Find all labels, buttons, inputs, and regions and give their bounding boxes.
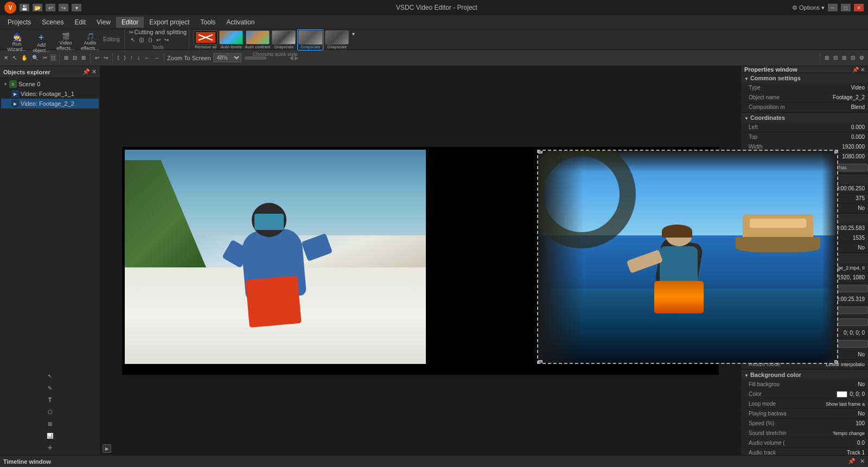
prop-object-name: Object name Footage_2_2	[741, 93, 868, 103]
toolbar: 🧙 RunWizard... + Addobject... 🎬 Videoeff…	[0, 29, 868, 50]
obj-pen-btn[interactable]: ✎	[44, 382, 55, 393]
grid-btn[interactable]: ⊞	[840, 54, 848, 61]
zoom-select[interactable]: 48% 25% 50% 100%	[213, 53, 241, 62]
toolbar-extra-btn[interactable]: ▾	[72, 4, 81, 11]
obj-video2[interactable]: ▶ Video: Footage_2_2	[1, 99, 99, 108]
style-auto-levels[interactable]: Auto levels	[219, 30, 243, 49]
redo2-btn[interactable]: ↪	[102, 54, 110, 61]
toolbar-editing: 🧙 RunWizard... + Addobject... 🎬 Videoeff…	[3, 29, 125, 49]
menu-export[interactable]: Export project	[144, 17, 195, 28]
menu-tools[interactable]: Tools	[195, 17, 221, 28]
audio-effects-btn[interactable]: 🎵 Audioeffects...	[79, 31, 101, 48]
sel-handle-tr[interactable]	[834, 150, 838, 153]
trim-btn[interactable]: ⟨|⟩	[137, 36, 146, 43]
section-bg-color: Background color Fill backgrou No Color …	[741, 370, 868, 455]
prop-audio-track: Audio track Track 1	[741, 448, 868, 455]
cut-btn[interactable]: ✂	[41, 54, 49, 61]
left-btn[interactable]: ←	[143, 54, 151, 61]
prev-frame-btn[interactable]: ⟨	[116, 54, 121, 61]
menu-edit[interactable]: Edit	[69, 17, 91, 28]
props-pin-btn[interactable]: 📌	[852, 67, 859, 73]
snap-btn[interactable]: ⊟	[849, 54, 857, 61]
add-object-btn[interactable]: + Addobject...	[30, 31, 53, 48]
canvas-nav-btn[interactable]: ▶	[103, 444, 111, 453]
next-frame-btn[interactable]: ⟩	[122, 54, 127, 61]
scene-icon: S	[9, 80, 17, 88]
undo-btn[interactable]: ↩	[155, 36, 162, 43]
pointer-btn[interactable]: ↖	[11, 54, 18, 61]
cursor-btn[interactable]: ↖	[129, 36, 137, 43]
objects-pin-btn[interactable]: 📌	[82, 68, 90, 75]
sel-handle-tm[interactable]	[538, 150, 542, 153]
redo-btn[interactable]: ↪	[163, 36, 170, 43]
obj-video1[interactable]: ▶ Video: Footage_1_1	[1, 89, 99, 99]
toolbar-open-btn[interactable]: 📂	[33, 4, 42, 11]
select-all-btn[interactable]: □	[50, 54, 56, 61]
display-opts-btn[interactable]: ⊞	[823, 54, 831, 61]
distribute-btn[interactable]: ⊞	[80, 54, 87, 61]
timeline-close-btn[interactable]: ✕	[860, 458, 865, 465]
close-button[interactable]: ✕	[854, 4, 864, 11]
prop-left: Left 0.000	[741, 123, 868, 132]
safe-zone-btn[interactable]: ⊟	[832, 54, 839, 61]
toolbar-redo-btn[interactable]: ↪	[59, 4, 68, 11]
obj-text-btn[interactable]: T	[44, 394, 55, 405]
style-grayscale-3[interactable]: Grayscale	[325, 30, 349, 49]
section-bg-header[interactable]: Background color	[741, 370, 868, 380]
properties-btn[interactable]: ⚙	[858, 54, 866, 61]
group-btn[interactable]: ⊞	[62, 54, 70, 61]
toolbar-undo-btn[interactable]: ↩	[46, 4, 55, 11]
sel-handle-bm[interactable]	[538, 360, 542, 364]
up-btn[interactable]: ↑	[129, 54, 135, 61]
hand-btn[interactable]: ✋	[20, 54, 29, 61]
titlebar: V 💾 📂 ↩ ↪ ▾ VSDC Video Editor - Project …	[0, 0, 868, 15]
section-bg-arrow	[744, 372, 749, 378]
style-grayscale-2[interactable]: Grayscale	[297, 29, 323, 50]
split-btn[interactable]: ⟨⟩	[146, 36, 154, 43]
obj-shape-btn[interactable]: ⬠	[44, 406, 55, 417]
minimize-button[interactable]: ─	[828, 4, 838, 11]
objects-close-btn[interactable]: ✕	[92, 68, 97, 75]
zoom-control: Zoom To Screen 48% 25% 50% 100%	[167, 53, 241, 62]
color-swatch[interactable]	[837, 391, 847, 398]
timeline-title: Timeline window	[3, 458, 51, 465]
timeline-pin-btn[interactable]: 📌	[848, 458, 856, 465]
style-grayscale-1[interactable]: Grayscale	[272, 30, 296, 49]
section-coords-header[interactable]: Coordinates	[741, 113, 868, 123]
obj-chart-btn[interactable]: 📊	[44, 430, 55, 441]
prop-loop-mode: Loop mode Show last frame a	[741, 399, 868, 409]
obj-cursor-btn[interactable]: ↖	[44, 370, 55, 381]
video-effects-btn[interactable]: 🎬 Videoeffects...	[54, 31, 77, 48]
align-btn[interactable]: ⊟	[71, 54, 79, 61]
sel-handle-mr[interactable]	[834, 363, 838, 364]
menu-view[interactable]: View	[91, 17, 116, 28]
menu-projects[interactable]: Projects	[2, 17, 36, 28]
maximize-button[interactable]: □	[841, 4, 851, 11]
toolbar-save-btn[interactable]: 💾	[20, 4, 29, 11]
down-btn[interactable]: ↓	[136, 54, 142, 61]
obj-move-btn[interactable]: ✛	[44, 442, 55, 453]
prop-composition: Composition m Blend	[741, 103, 868, 112]
obj-table-btn[interactable]: ⊞	[44, 418, 55, 429]
undo2-btn[interactable]: ↩	[93, 54, 101, 61]
menu-editor[interactable]: Editor	[116, 17, 144, 28]
prop-playing-backward: Playing backwa No	[741, 409, 868, 419]
props-close-btn[interactable]: ✕	[860, 67, 865, 73]
bottom-section: Timeline window 📌 ✕ ➕ ➖ ⚙ ⊟ 720p ▶ ⏮ ⏪ ◀…	[0, 455, 868, 467]
sel-handle-ml[interactable]	[537, 363, 541, 364]
sel-handle-br[interactable]	[834, 360, 838, 364]
zoom-btn[interactable]: 🔍	[30, 54, 40, 61]
style-auto-contrast[interactable]: Auto contrast	[245, 30, 270, 49]
obj-scene0[interactable]: ▼ S Scene 0	[1, 79, 99, 89]
menu-activation[interactable]: Activation	[221, 17, 260, 28]
app-title: VSDC Video Editor - Project	[81, 4, 792, 11]
run-wizard-btn[interactable]: 🧙 RunWizard...	[5, 31, 28, 48]
select-btn[interactable]: ✕	[2, 54, 10, 61]
menu-scenes[interactable]: Scenes	[36, 17, 69, 28]
section-coords-arrow	[744, 114, 749, 121]
options-button[interactable]: ⚙ Options ▾	[792, 4, 825, 11]
style-more-btn[interactable]: ▾	[350, 30, 356, 37]
style-remove-all[interactable]: Remove all	[194, 30, 218, 49]
right-btn[interactable]: →	[152, 54, 161, 61]
section-common-header[interactable]: Common settings	[741, 73, 868, 83]
